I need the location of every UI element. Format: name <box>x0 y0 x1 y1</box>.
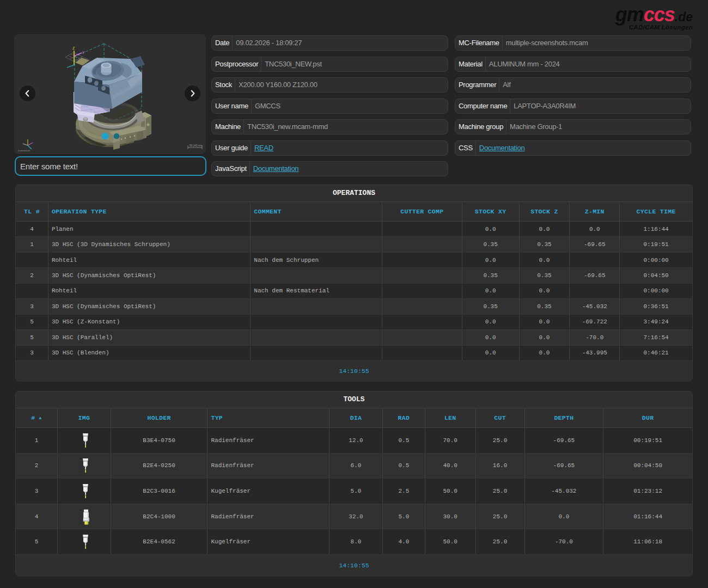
svg-text:50.143 mm: 50.143 mm <box>190 144 202 147</box>
svg-text:Y: Y <box>82 51 85 54</box>
svg-text:Z: Z <box>72 46 75 50</box>
svg-text:Isometrisch: Isometrisch <box>18 149 30 152</box>
